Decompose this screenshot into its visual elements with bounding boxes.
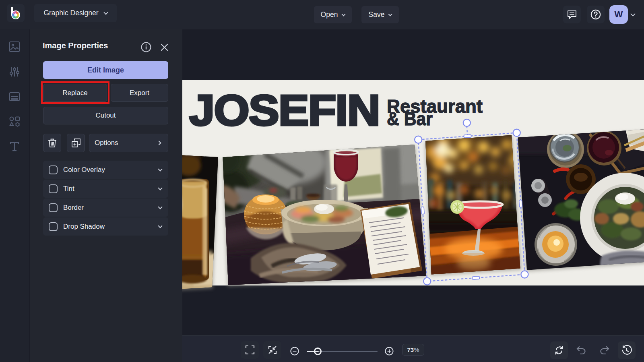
svg-text:JOSEFIN: JOSEFIN [189, 86, 380, 134]
svg-text:& Bar: & Bar [387, 108, 433, 129]
